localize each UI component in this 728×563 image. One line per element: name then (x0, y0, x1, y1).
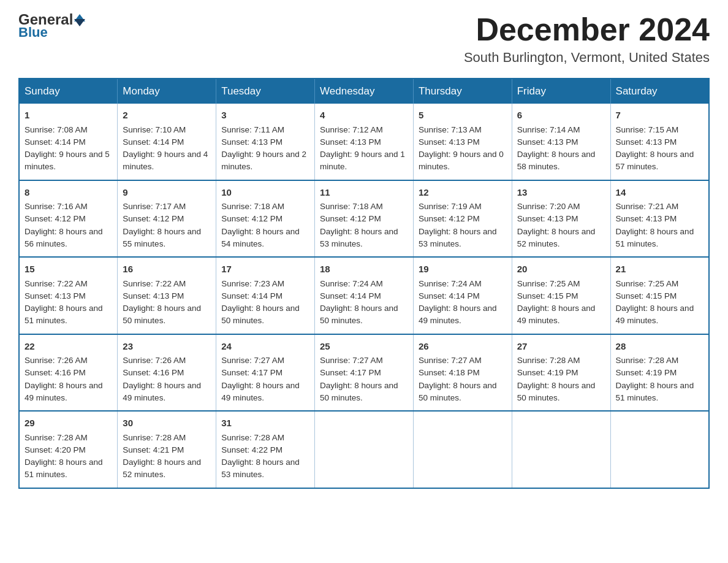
day-number: 21 (616, 262, 703, 277)
sunrise-label: Sunrise: 7:27 AM (221, 356, 284, 365)
sunrise-label: Sunrise: 7:28 AM (25, 433, 88, 442)
sunrise-label: Sunrise: 7:13 AM (419, 125, 482, 134)
sunset-label: Sunset: 4:13 PM (419, 137, 480, 147)
sunset-label: Sunset: 4:12 PM (320, 214, 381, 223)
calendar-cell: 1 Sunrise: 7:08 AM Sunset: 4:14 PM Dayli… (19, 104, 118, 180)
sunset-label: Sunset: 4:19 PM (616, 368, 677, 377)
sunset-label: Sunset: 4:13 PM (320, 137, 381, 147)
day-number: 13 (517, 186, 605, 200)
sunset-label: Sunset: 4:13 PM (616, 214, 677, 223)
daylight-label: Daylight: 8 hours and 50 minutes. (221, 304, 300, 325)
sunset-label: Sunset: 4:13 PM (25, 291, 86, 301)
calendar-cell (413, 411, 512, 488)
calendar-cell: 13 Sunrise: 7:20 AM Sunset: 4:13 PM Dayl… (512, 180, 610, 258)
calendar-cell (610, 411, 709, 488)
calendar-cell: 30 Sunrise: 7:28 AM Sunset: 4:21 PM Dayl… (118, 411, 216, 488)
sunrise-label: Sunrise: 7:28 AM (123, 433, 186, 442)
sunrise-label: Sunrise: 7:15 AM (616, 125, 679, 134)
sunset-label: Sunset: 4:16 PM (123, 368, 184, 377)
day-number: 4 (320, 109, 408, 123)
daylight-label: Daylight: 8 hours and 52 minutes. (123, 458, 201, 479)
day-number: 29 (25, 416, 112, 431)
day-number: 12 (419, 186, 507, 200)
daylight-label: Daylight: 8 hours and 58 minutes. (517, 150, 596, 171)
column-header-tuesday: Tuesday (216, 79, 315, 104)
column-header-friday: Friday (512, 79, 610, 104)
daylight-label: Daylight: 8 hours and 53 minutes. (419, 227, 497, 248)
daylight-label: Daylight: 8 hours and 49 minutes. (25, 381, 103, 402)
column-header-saturday: Saturday (610, 79, 709, 104)
day-number: 20 (517, 262, 605, 277)
calendar-cell: 31 Sunrise: 7:28 AM Sunset: 4:22 PM Dayl… (216, 411, 315, 488)
daylight-label: Daylight: 8 hours and 51 minutes. (25, 304, 103, 325)
day-number: 26 (419, 340, 507, 354)
calendar-cell: 19 Sunrise: 7:24 AM Sunset: 4:14 PM Dayl… (413, 257, 512, 334)
column-header-sunday: Sunday (19, 79, 118, 104)
sunset-label: Sunset: 4:13 PM (123, 291, 184, 301)
calendar-table: SundayMondayTuesdayWednesdayThursdayFrid… (18, 78, 710, 489)
sunrise-label: Sunrise: 7:26 AM (123, 356, 186, 365)
sunrise-label: Sunrise: 7:27 AM (320, 356, 383, 365)
calendar-cell: 18 Sunrise: 7:24 AM Sunset: 4:14 PM Dayl… (315, 257, 414, 334)
daylight-label: Daylight: 9 hours and 2 minutes. (221, 150, 306, 171)
logo-icon (74, 14, 85, 26)
calendar-cell: 22 Sunrise: 7:26 AM Sunset: 4:16 PM Dayl… (19, 334, 118, 412)
sunset-label: Sunset: 4:16 PM (25, 368, 86, 377)
day-number: 7 (616, 109, 703, 123)
daylight-label: Daylight: 8 hours and 55 minutes. (123, 227, 201, 248)
calendar-week-row: 22 Sunrise: 7:26 AM Sunset: 4:16 PM Dayl… (19, 334, 709, 412)
location-text: South Burlington, Vermont, United States (464, 50, 710, 66)
calendar-cell: 28 Sunrise: 7:28 AM Sunset: 4:19 PM Dayl… (610, 334, 709, 412)
daylight-label: Daylight: 8 hours and 56 minutes. (25, 227, 103, 248)
sunrise-label: Sunrise: 7:22 AM (25, 279, 88, 288)
day-number: 16 (123, 262, 211, 277)
sunrise-label: Sunrise: 7:28 AM (517, 356, 580, 365)
sunrise-label: Sunrise: 7:24 AM (320, 279, 383, 288)
sunrise-label: Sunrise: 7:25 AM (616, 279, 679, 288)
sunrise-label: Sunrise: 7:28 AM (221, 433, 284, 442)
daylight-label: Daylight: 8 hours and 49 minutes. (419, 304, 497, 325)
calendar-cell: 17 Sunrise: 7:23 AM Sunset: 4:14 PM Dayl… (216, 257, 315, 334)
day-number: 18 (320, 262, 408, 277)
sunset-label: Sunset: 4:21 PM (123, 445, 184, 454)
sunset-label: Sunset: 4:12 PM (419, 214, 480, 223)
sunrise-label: Sunrise: 7:11 AM (221, 125, 284, 134)
column-header-monday: Monday (118, 79, 216, 104)
daylight-label: Daylight: 9 hours and 1 minute. (320, 150, 405, 171)
calendar-cell: 9 Sunrise: 7:17 AM Sunset: 4:12 PM Dayli… (118, 180, 216, 258)
sunrise-label: Sunrise: 7:27 AM (419, 356, 482, 365)
calendar-cell: 10 Sunrise: 7:18 AM Sunset: 4:12 PM Dayl… (216, 180, 315, 258)
calendar-week-row: 8 Sunrise: 7:16 AM Sunset: 4:12 PM Dayli… (19, 180, 709, 258)
day-number: 5 (419, 109, 507, 123)
calendar-cell: 23 Sunrise: 7:26 AM Sunset: 4:16 PM Dayl… (118, 334, 216, 412)
sunrise-label: Sunrise: 7:08 AM (25, 125, 88, 134)
calendar-cell: 24 Sunrise: 7:27 AM Sunset: 4:17 PM Dayl… (216, 334, 315, 412)
calendar-header-row: SundayMondayTuesdayWednesdayThursdayFrid… (19, 79, 709, 104)
sunset-label: Sunset: 4:17 PM (320, 368, 381, 377)
calendar-cell: 16 Sunrise: 7:22 AM Sunset: 4:13 PM Dayl… (118, 257, 216, 334)
calendar-cell: 21 Sunrise: 7:25 AM Sunset: 4:15 PM Dayl… (610, 257, 709, 334)
title-section: December 2024 South Burlington, Vermont,… (464, 12, 710, 66)
sunrise-label: Sunrise: 7:21 AM (616, 202, 679, 211)
daylight-label: Daylight: 8 hours and 51 minutes. (616, 227, 694, 248)
day-number: 17 (221, 262, 309, 277)
daylight-label: Daylight: 8 hours and 50 minutes. (123, 304, 201, 325)
day-number: 19 (419, 262, 507, 277)
daylight-label: Daylight: 8 hours and 49 minutes. (517, 304, 596, 325)
sunset-label: Sunset: 4:13 PM (616, 137, 677, 147)
sunset-label: Sunset: 4:14 PM (123, 137, 184, 147)
calendar-week-row: 29 Sunrise: 7:28 AM Sunset: 4:20 PM Dayl… (19, 411, 709, 488)
sunset-label: Sunset: 4:13 PM (221, 137, 282, 147)
calendar-cell: 20 Sunrise: 7:25 AM Sunset: 4:15 PM Dayl… (512, 257, 610, 334)
sunset-label: Sunset: 4:12 PM (123, 214, 184, 223)
calendar-cell: 4 Sunrise: 7:12 AM Sunset: 4:13 PM Dayli… (315, 104, 414, 180)
sunrise-label: Sunrise: 7:17 AM (123, 202, 186, 211)
calendar-cell (315, 411, 414, 488)
sunrise-label: Sunrise: 7:24 AM (419, 279, 482, 288)
daylight-label: Daylight: 8 hours and 51 minutes. (25, 458, 103, 479)
day-number: 10 (221, 186, 309, 200)
day-number: 24 (221, 340, 309, 354)
daylight-label: Daylight: 8 hours and 54 minutes. (221, 227, 300, 248)
calendar-cell: 14 Sunrise: 7:21 AM Sunset: 4:13 PM Dayl… (610, 180, 709, 258)
sunset-label: Sunset: 4:19 PM (517, 368, 578, 377)
